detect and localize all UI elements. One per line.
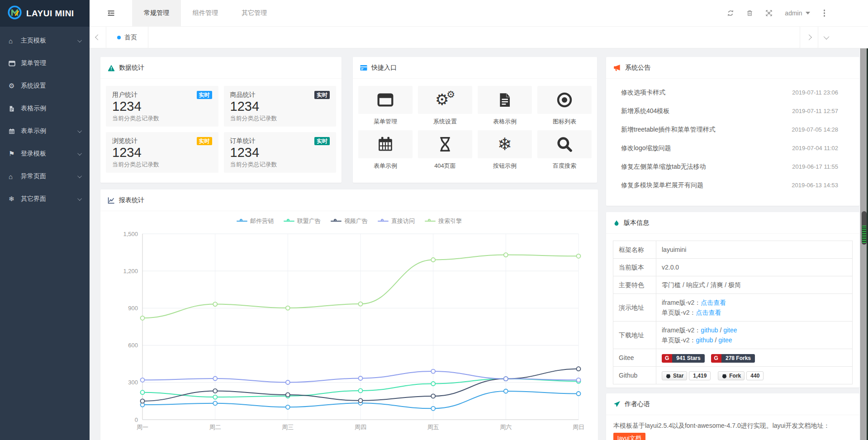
announcement-item[interactable]: 修复左侧菜单缩放tab无法移动 2019-06-17 11:55 [613, 157, 853, 176]
paper-plane-icon [613, 401, 621, 408]
refresh-icon [727, 9, 734, 17]
stat-desc: 当前分类总记录数 [230, 114, 330, 123]
row-label: Github [613, 367, 656, 384]
sidebar-item-system-settings[interactable]: ⚙ 系统设置 [0, 75, 90, 97]
row-label: 当前版本 [613, 259, 656, 276]
sidebar-item-form-demo[interactable]: 表单示例 [0, 120, 90, 142]
top-tab-general-manage[interactable]: 常规管理 [132, 0, 181, 26]
more-options-button[interactable] [822, 8, 827, 18]
user-menu[interactable]: admin [785, 9, 810, 17]
tab-scroll-left-button[interactable] [90, 27, 106, 48]
legend-item-1[interactable]: 联盟广告 [284, 217, 321, 225]
sidebar-item-label: 主页模板 [21, 37, 79, 45]
sidebar-item-login-templates[interactable]: ⚑ 登录模板 [0, 142, 90, 165]
quick-icon-list[interactable]: 图标列表 [537, 86, 592, 130]
clear-cache-button[interactable] [746, 9, 753, 17]
sidebar-item-label: 菜单管理 [21, 59, 82, 67]
stat-box-views: 浏览统计 实时 1234 当前分类总记录数 [106, 132, 218, 173]
github-star-count[interactable]: 1,419 [689, 371, 711, 380]
fullscreen-button[interactable] [765, 9, 773, 17]
demo-spa-link[interactable]: 点击查看 [696, 309, 721, 316]
version-table: 框架名称 layuimini 当前版本 v2.0.0 主要特色 零门槛 / 响应… [613, 241, 853, 384]
announcement-item[interactable]: 新增系统404模板 2019-07-11 12:57 [613, 102, 853, 120]
gitee-badges: G941 Stars G278 Forks [656, 349, 853, 367]
tab-scroll-right-button[interactable] [800, 27, 818, 48]
stat-value: 1234 [112, 145, 212, 160]
github-fork-count[interactable]: 440 [746, 371, 764, 380]
refresh-button[interactable] [727, 9, 734, 17]
legend-marker-icon [425, 221, 436, 222]
quick-table-demo[interactable]: 表格示例 [478, 86, 532, 130]
tab-home[interactable]: 首页 [106, 27, 148, 48]
trash-icon [746, 9, 753, 17]
announcement-item[interactable]: 修改选项卡样式 2019-07-11 23:06 [613, 83, 853, 102]
chart-legend: 邮件营销联盟广告视频广告直接访问搜索引擎 [100, 217, 598, 226]
download-gitee-link[interactable]: gitee [718, 336, 732, 344]
svg-text:周日: 周日 [573, 424, 584, 431]
main-content: 数据统计 用户统计 实时 1234 当前分类总记录数 商品统计 实时 12 [90, 48, 860, 440]
report-chart-card: 报表统计 邮件营销联盟广告视频广告直接访问搜索引擎 周一周二周三周四周五周六周日… [100, 189, 598, 440]
legend-item-3[interactable]: 直接访问 [378, 217, 415, 225]
sidebar-item-menu-manage[interactable]: 菜单管理 [0, 52, 90, 75]
sidebar-item-table-demo[interactable]: 表格示例 [0, 97, 90, 120]
top-tab-label: 常规管理 [144, 9, 169, 17]
github-fork-widget: Fork 440 [718, 371, 764, 380]
announcement-item[interactable]: 修复多模块菜单栏展开有问题 2019-06-13 14:53 [613, 176, 853, 194]
top-tab-component-manage[interactable]: 组件管理 [181, 0, 230, 26]
warning-triangle-icon [108, 64, 115, 71]
stats-grid: 用户统计 实时 1234 当前分类总记录数 商品统计 实时 1234 当前分类总… [100, 79, 342, 180]
quick-menu-manage[interactable]: 菜单管理 [358, 86, 413, 130]
demo-links: iframe版-v2：点击查看 单页版-v2：点击查看 [656, 294, 853, 322]
stat-desc: 当前分类总记录数 [112, 161, 212, 169]
calendar-icon [358, 130, 413, 158]
quick-system-settings[interactable]: ⚙⚙ 系统设置 [418, 86, 472, 130]
demo-iframe-link[interactable]: 点击查看 [701, 299, 726, 306]
gitee-forks-badge[interactable]: G278 Forks [711, 354, 755, 363]
scrollbar-thumb[interactable] [862, 211, 867, 245]
brand[interactable]: LAYUI MINI [0, 0, 90, 27]
download-links: iframe版-v2：github / gitee 单页版-v2：github … [656, 322, 853, 349]
tab-operations-dropdown[interactable] [818, 27, 836, 48]
card-title: 系统公告 [625, 64, 650, 72]
header-actions: admin [727, 8, 868, 18]
gitee-stars-badge[interactable]: G941 Stars [662, 354, 705, 363]
download-github-link[interactable]: github [696, 336, 713, 344]
sidebar-item-home-templates[interactable]: ⌂ 主页模板 [0, 29, 90, 52]
gears-icon: ⚙⚙ [418, 86, 472, 114]
data-stats-card: 数据统计 用户统计 实时 1234 当前分类总记录数 商品统计 实时 12 [100, 57, 342, 183]
announcement-item[interactable]: 修改logo缩放问题 2019-07-04 11:02 [613, 139, 853, 157]
gear-icon: ⚙ [9, 82, 19, 90]
legend-label: 视频广告 [344, 217, 368, 225]
window-icon [358, 86, 413, 114]
quick-404-page[interactable]: 404页面 [418, 130, 472, 175]
github-fork-label: Fork [729, 373, 741, 379]
top-tab-label: 其它管理 [242, 9, 267, 17]
quick-baidu-search[interactable]: 百度搜索 [537, 130, 592, 175]
gitee-stars-count: 941 Stars [672, 354, 704, 363]
legend-item-0[interactable]: 邮件营销 [237, 217, 274, 225]
download-github-link[interactable]: github [701, 326, 718, 334]
quick-form-demo[interactable]: 表单示例 [358, 130, 413, 175]
card-title: 数据统计 [119, 64, 144, 72]
download-gitee-link[interactable]: gitee [723, 326, 737, 334]
layui-doc-badge[interactable]: layui文档 [613, 433, 645, 440]
svg-text:周四: 周四 [355, 424, 366, 431]
quick-label: 菜单管理 [358, 114, 413, 130]
github-fork-button[interactable]: Fork [718, 371, 745, 380]
quick-button-demo[interactable]: ❄ 按钮示例 [478, 130, 532, 175]
sidebar-item-error-pages[interactable]: ⌂ 异常页面 [0, 165, 90, 188]
announcement-item[interactable]: 新增treetable插件和菜单管理样式 2019-07-05 14:28 [613, 120, 853, 139]
quick-label: 404页面 [418, 158, 472, 175]
table-row: Gitee G941 Stars G278 Forks [613, 349, 853, 367]
github-star-button[interactable]: Star [662, 371, 687, 380]
card-title: 版本信息 [624, 219, 649, 227]
page-scrollbar[interactable] [860, 48, 868, 440]
legend-item-2[interactable]: 视频广告 [331, 217, 368, 225]
stat-box-orders: 订单统计 实时 1234 当前分类总记录数 [224, 132, 337, 173]
legend-item-4[interactable]: 搜索引擎 [425, 217, 462, 225]
sidebar-collapse-button[interactable] [90, 0, 132, 26]
sidebar-item-label: 登录模板 [21, 150, 79, 158]
top-tab-other-manage[interactable]: 其它管理 [230, 0, 279, 26]
sidebar-item-other-pages[interactable]: ❄ 其它界面 [0, 188, 90, 210]
realtime-badge: 实时 [314, 137, 330, 145]
